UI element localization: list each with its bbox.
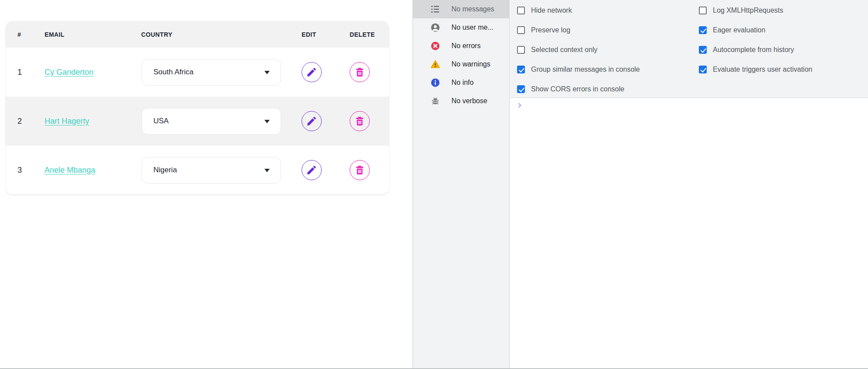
- setting-label: Hide network: [531, 7, 572, 14]
- list-icon: [431, 4, 440, 14]
- bug-icon: [431, 96, 440, 106]
- table-row: 1 Cy Ganderton South Africa: [6, 48, 389, 97]
- console-filter-item[interactable]: No user me...: [413, 18, 509, 37]
- edit-button[interactable]: [302, 160, 322, 180]
- console-sidebar: No messages No user me... No errors No w…: [413, 0, 510, 368]
- country-select[interactable]: USA: [142, 108, 281, 135]
- chevron-right-icon: [516, 103, 521, 108]
- checkbox[interactable]: [517, 26, 525, 34]
- trash-icon: [354, 66, 365, 78]
- console-filter-label: No user me...: [451, 24, 493, 31]
- console-prompt[interactable]: [510, 98, 868, 107]
- devtools-setting[interactable]: Evaluate triggers user activation: [699, 59, 812, 79]
- edit-button[interactable]: [302, 111, 322, 131]
- pencil-icon: [306, 164, 317, 176]
- devtools-setting[interactable]: Selected context only: [517, 40, 640, 59]
- checkbox[interactable]: [517, 46, 525, 54]
- pencil-icon: [306, 66, 317, 78]
- email-link[interactable]: Anele Mbanga: [45, 166, 95, 174]
- col-header-num: #: [6, 21, 33, 48]
- chevron-down-icon: [264, 71, 270, 74]
- col-header-edit: EDIT: [302, 21, 350, 48]
- setting-label: Eager evaluation: [713, 26, 765, 34]
- email-link[interactable]: Hart Hagerty: [45, 117, 89, 125]
- setting-label: Show CORS errors in console: [531, 85, 624, 93]
- checkbox[interactable]: [517, 85, 525, 93]
- country-select-value: Nigeria: [142, 166, 177, 174]
- setting-label: Group similar messages in console: [531, 66, 640, 73]
- console-filter-item[interactable]: No verbose: [413, 92, 509, 110]
- chevron-down-icon: [264, 120, 270, 123]
- users-table: # EMAIL COUNTRY EDIT DELETE 1 Cy Gandert…: [6, 21, 389, 195]
- error-icon: [431, 41, 440, 51]
- checkbox[interactable]: [699, 7, 707, 14]
- console-filter-label: No info: [451, 79, 474, 87]
- col-header-email: EMAIL: [33, 21, 129, 48]
- console-output-area: [510, 98, 868, 368]
- checkbox[interactable]: [517, 66, 525, 73]
- trash-icon: [354, 115, 365, 127]
- setting-label: Selected context only: [531, 46, 597, 54]
- edit-button[interactable]: [302, 62, 322, 82]
- devtools-setting[interactable]: Eager evaluation: [699, 20, 812, 40]
- col-header-country: COUNTRY: [129, 21, 302, 48]
- devtools-setting[interactable]: Show CORS errors in console: [517, 79, 640, 99]
- devtools-panel: No messages No user me... No errors No w…: [413, 0, 868, 369]
- table-header: # EMAIL COUNTRY EDIT DELETE: [6, 21, 389, 48]
- console-filter-item[interactable]: No warnings: [413, 55, 509, 73]
- devtools-setting[interactable]: Log XMLHttpRequests: [699, 0, 812, 20]
- checkbox[interactable]: [517, 7, 525, 14]
- country-select[interactable]: South Africa: [142, 59, 281, 86]
- delete-button[interactable]: [350, 111, 370, 131]
- table-row: 3 Anele Mbanga Nigeria: [6, 146, 389, 195]
- delete-button[interactable]: [350, 160, 370, 180]
- warning-icon: [431, 59, 440, 69]
- users-table-card: # EMAIL COUNTRY EDIT DELETE 1 Cy Gandert…: [6, 21, 389, 195]
- pencil-icon: [306, 115, 317, 127]
- console-filter-item[interactable]: No messages: [413, 0, 509, 18]
- setting-label: Autocomplete from history: [713, 46, 794, 54]
- web-page: # EMAIL COUNTRY EDIT DELETE 1 Cy Gandert…: [0, 0, 413, 369]
- email-link[interactable]: Cy Ganderton: [45, 68, 94, 77]
- console-settings-bar: Hide network Preserve log Selected conte…: [510, 0, 868, 98]
- chevron-down-icon: [264, 169, 270, 172]
- console-filter-label: No warnings: [451, 60, 490, 68]
- checkbox[interactable]: [699, 46, 707, 54]
- row-number: 1: [6, 48, 33, 97]
- console-filter-label: No verbose: [451, 97, 487, 105]
- devtools-setting[interactable]: Preserve log: [517, 20, 640, 40]
- info-icon: [431, 78, 440, 87]
- country-select-value: USA: [142, 117, 169, 125]
- devtools-setting[interactable]: Group similar messages in console: [517, 59, 640, 79]
- delete-button[interactable]: [350, 62, 370, 82]
- user-icon: [431, 23, 440, 32]
- checkbox[interactable]: [699, 66, 707, 73]
- console-filter-item[interactable]: No errors: [413, 37, 509, 55]
- setting-label: Log XMLHttpRequests: [713, 7, 783, 14]
- console-filter-item[interactable]: No info: [413, 73, 509, 92]
- setting-label: Preserve log: [531, 26, 570, 34]
- country-select-value: South Africa: [142, 68, 194, 77]
- table-row: 2 Hart Hagerty USA: [6, 97, 389, 146]
- col-header-delete: DELETE: [350, 21, 389, 48]
- console-filter-label: No messages: [451, 5, 494, 13]
- row-number: 2: [6, 97, 33, 146]
- console-filter-label: No errors: [451, 42, 481, 50]
- checkbox[interactable]: [699, 26, 707, 34]
- devtools-setting[interactable]: Autocomplete from history: [699, 40, 812, 59]
- devtools-setting[interactable]: Hide network: [517, 0, 640, 20]
- country-select[interactable]: Nigeria: [142, 157, 281, 184]
- row-number: 3: [6, 146, 33, 195]
- setting-label: Evaluate triggers user activation: [713, 66, 812, 73]
- trash-icon: [354, 164, 365, 176]
